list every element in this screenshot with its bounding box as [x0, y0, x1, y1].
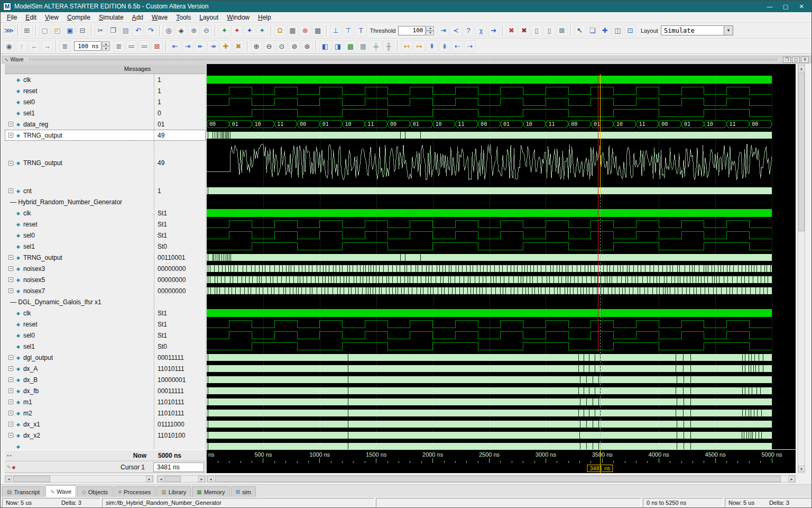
expand-icon[interactable]: + [8, 422, 13, 427]
zoom-full-icon[interactable]: ⊙ [276, 40, 288, 52]
signal-row[interactable]: +◆resetSt1 [5, 219, 206, 230]
view-single-icon[interactable]: ◧ [319, 40, 331, 52]
signal-row[interactable]: +◆data_reg01 [5, 119, 206, 130]
tab-objects[interactable]: ◇Objects [77, 486, 113, 497]
zoom-range-icon[interactable]: ⊛ [301, 40, 313, 52]
threshold-high-icon[interactable]: ⊤ [343, 25, 354, 37]
waveform-row[interactable] [207, 219, 796, 230]
collapse-all-icon[interactable]: ⊖ [201, 25, 213, 37]
delete-wave-icon[interactable]: ⊠ [151, 40, 163, 52]
time-step-value[interactable]: 100 ns [74, 41, 102, 51]
stop-icon[interactable]: ✖ [506, 25, 518, 37]
maximize-button[interactable]: ▢ [778, 2, 793, 11]
values-hscrollbar[interactable]: ◂ ▸ [157, 475, 206, 483]
signal-row[interactable]: +◆dx_fb00011111 [5, 385, 206, 396]
slider-icon[interactable]: ╪ [370, 40, 382, 52]
zoom-out-icon[interactable]: ⊖ [263, 40, 275, 52]
prev-falling-icon[interactable]: ↞ [195, 40, 206, 52]
scroll-right-icon[interactable]: ▸ [198, 476, 205, 482]
run-continue-icon[interactable]: ≺ [450, 25, 462, 37]
menu-item-window[interactable]: Window [223, 13, 254, 22]
signal-row[interactable]: +◆sel1St0 [5, 341, 206, 352]
scroll-right-icon[interactable]: ▸ [146, 476, 153, 482]
signal-row[interactable]: +◆dx_A11010111 [5, 363, 206, 374]
signal-row[interactable]: +◆clk1 [5, 74, 206, 85]
expand-icon[interactable]: + [8, 133, 13, 138]
window-pane-icon[interactable]: ⊞ [21, 25, 33, 37]
find-up-icon[interactable]: ↑ [16, 40, 27, 52]
wave-close-button[interactable]: ✕ [801, 57, 809, 63]
link-icon[interactable]: ▪ [10, 453, 11, 458]
open-icon[interactable]: ◰ [51, 25, 63, 37]
threshold-value[interactable]: 100 [398, 26, 426, 35]
signal-group-row[interactable]: DGL_Dynamic_Galois_lfsr x1 [5, 296, 206, 307]
prev-transition-icon[interactable]: ⇤ [169, 40, 181, 52]
signal-row[interactable]: +◆m111010111 [5, 396, 206, 407]
signal-row[interactable]: +◆TRNG_output49 [5, 130, 206, 141]
signal-row[interactable]: +◆m211010111 [5, 407, 206, 419]
waveform-row[interactable] [207, 74, 796, 85]
waveform-row[interactable] [207, 319, 796, 330]
waveform-row[interactable] [207, 341, 796, 352]
environment-icon[interactable]: ▩ [312, 25, 324, 37]
cut-icon[interactable]: ✂ [95, 25, 106, 37]
doc-window-icon[interactable]: ▯ [531, 25, 542, 37]
cursor-row[interactable]: ✎◆ Cursor 1 3481 ns [5, 461, 206, 473]
expand-icon[interactable]: + [8, 400, 13, 404]
wave-vscrollbar[interactable]: ▴ ▾ [798, 64, 805, 473]
waveform-row[interactable] [207, 441, 796, 449]
waveform-row[interactable] [207, 396, 796, 407]
step-over-icon[interactable]: χ [475, 25, 487, 37]
edge-next-icon[interactable]: ⇟ [439, 40, 450, 52]
signal-row[interactable]: +◆sel1St0 [5, 241, 206, 252]
waveform-row[interactable] [207, 419, 796, 430]
minimize-button[interactable]: — [762, 2, 778, 11]
expand-icon[interactable]: + [8, 122, 13, 126]
menu-item-add[interactable]: Add [128, 13, 147, 22]
crosshair-mode-icon[interactable]: ⊡ [624, 25, 636, 37]
signal-row[interactable]: +◆sel0St1 [5, 330, 206, 341]
waveform-row[interactable] [207, 430, 796, 441]
signal-row[interactable]: +◆sel10 [5, 107, 206, 119]
signal-row[interactable]: +◆dx_x101111000 [5, 419, 206, 430]
kill-icon[interactable]: ✖ [518, 25, 530, 37]
waveform-row[interactable] [207, 85, 796, 96]
edit-cursor-icon[interactable]: ✎ [7, 465, 11, 470]
zoom-cursor-icon[interactable]: ⊚ [289, 40, 300, 52]
signal-column-header[interactable]: Messages [5, 64, 206, 74]
signal-row[interactable]: +◆TRNG_output49 [5, 141, 206, 185]
tab-sim[interactable]: ⊞sim [231, 486, 256, 497]
paste-icon[interactable]: ▤ [120, 25, 132, 37]
expand-all-icon[interactable]: ⊕ [188, 25, 200, 37]
compile-project-icon[interactable]: ✦ [256, 25, 268, 37]
cursor-2-line[interactable] [598, 74, 598, 352]
name-value-divider[interactable] [154, 74, 154, 449]
forward-icon[interactable]: → [41, 40, 53, 52]
waveform-row[interactable] [207, 352, 796, 363]
cursor-label[interactable]: Cursor 1 [25, 464, 153, 471]
signal-row[interactable]: +◆reset1 [5, 85, 206, 96]
waveform-row[interactable] [207, 385, 796, 396]
names-hscrollbar[interactable]: ◂ ▸ [5, 475, 153, 483]
signal-row[interactable]: +◆noisex500000000 [5, 274, 206, 285]
signal-row[interactable]: +◆clkSt1 [5, 307, 206, 319]
expand-icon[interactable]: + [8, 161, 13, 166]
menu-item-compile[interactable]: Compile [63, 13, 95, 22]
run-all-icon[interactable]: ➔ [488, 25, 500, 37]
copy-icon[interactable]: ❐ [107, 25, 119, 37]
wave-maximize-button[interactable]: ▢ [792, 57, 800, 63]
scroll-thumb[interactable] [215, 476, 781, 482]
threshold-low-icon[interactable]: ⊥ [330, 25, 342, 37]
cursor-left-icon[interactable]: ↤ [401, 40, 412, 52]
simulate-icon[interactable]: Ω [274, 25, 286, 37]
scroll-thumb[interactable] [13, 476, 50, 482]
waveform-row[interactable] [207, 330, 796, 341]
add-list-icon[interactable]: ≔ [126, 40, 137, 52]
waveform-row[interactable] [207, 374, 796, 385]
expand-icon[interactable]: + [8, 433, 13, 438]
scroll-left-icon[interactable]: ◂ [5, 476, 12, 482]
close-doc-icon[interactable]: ⊠ [556, 25, 568, 37]
waveform-row[interactable] [207, 185, 796, 196]
view-split-icon[interactable]: ◨ [332, 40, 344, 52]
waveform-row[interactable] [207, 141, 796, 185]
